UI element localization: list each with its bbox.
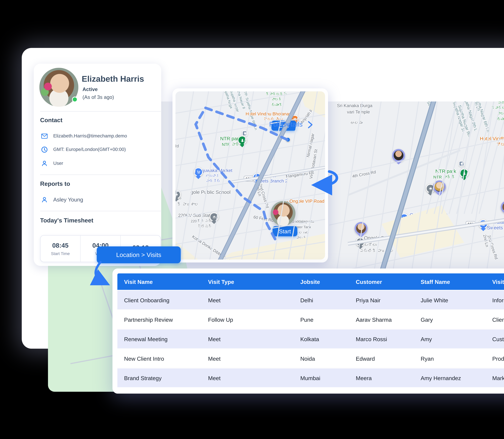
route-shield: 127	[244, 176, 253, 182]
table-cell: Client Onboarding	[117, 297, 201, 303]
sweets-pin-icon[interactable]	[253, 173, 262, 182]
email-value[interactable]: Elizabeth.Harris@timechamp.demo	[53, 133, 127, 139]
poi-label: NTR పార్క్	[433, 175, 455, 180]
table-cell: Amy	[414, 336, 485, 342]
route-shield: 127	[466, 221, 475, 227]
map-label: పోలీసు	[498, 101, 504, 105]
route-start-button[interactable]: Start	[272, 226, 297, 236]
poi-label: వాటర్	[296, 236, 307, 240]
manager-name[interactable]: Asley Young	[53, 197, 83, 203]
table-row[interactable]: Partnership ReviewFollow UpPuneAarav Sha…	[117, 309, 504, 329]
timezone-value: GMT: Europe/London(GMT+00:00)	[53, 147, 126, 152]
table-cell: New Client Intro	[117, 355, 201, 362]
map-label: వాటర్	[497, 112, 504, 116]
table-row[interactable]: Client OnboardingMeetDelhiPriya NairJuli…	[117, 290, 504, 309]
screenshot-stage: Sri Kanaka Durga vari Temple ఆలయం Sonia …	[0, 0, 504, 439]
street-label: Sonia	[426, 101, 435, 112]
street-label: 2nd Cross Rd	[486, 234, 499, 260]
map-label: ట్యాంక్	[497, 117, 504, 122]
sweets-pin-icon[interactable]	[479, 220, 488, 229]
header-staff-name[interactable]: Staff Name	[414, 278, 485, 285]
table-cell: Meet	[201, 375, 294, 381]
table-cell: Information	[486, 297, 504, 303]
street-label: 4th Cross Rd	[352, 170, 376, 179]
table-cell: Market Research	[486, 375, 504, 381]
transit-icon[interactable]	[459, 161, 464, 166]
school-pin-icon[interactable]	[356, 238, 365, 246]
divider	[40, 111, 161, 112]
school-pin-icon[interactable]	[176, 190, 181, 199]
employee-location-pin[interactable]	[501, 201, 504, 213]
header-jobsite[interactable]: Jobsite	[294, 278, 349, 285]
poi-label: స్టేషన్	[198, 225, 212, 229]
employee-name: Elizabeth Harris	[82, 74, 144, 84]
map-label: వాటర్	[271, 98, 282, 102]
full-details-link[interactable]: Full Details	[269, 121, 313, 128]
visits-table-card: Visit Name Visit Type Jobsite Customer S…	[113, 268, 504, 394]
header-customer[interactable]: Customer	[349, 278, 414, 285]
table-cell: Renewal Meeting	[117, 336, 201, 342]
park-pin-icon[interactable]	[238, 136, 247, 145]
route-end-marker[interactable]	[286, 138, 290, 142]
reports-to-heading: Reports to	[40, 181, 70, 187]
table-cell: Amy Hernandez	[414, 375, 485, 381]
poi-label: Sweets Branch 2	[487, 225, 504, 231]
statue-pin-icon[interactable]	[298, 245, 307, 254]
poi-label-sweets: Alluraiah	[487, 220, 504, 225]
poi-label: గాజువాక	[205, 174, 219, 178]
divider	[40, 211, 161, 211]
header-visit-type[interactable]: Visit Type	[201, 278, 294, 285]
chevron-right-icon	[308, 121, 313, 128]
location-visits-button[interactable]: Location > Visits	[97, 246, 181, 263]
header-visit-purpose[interactable]: Visit Purpose	[486, 278, 504, 285]
table-cell: Aarav Sharma	[349, 316, 414, 323]
start-time-value: 08:45	[52, 242, 68, 249]
poi-label-watertank: Gaddalagunta	[292, 220, 314, 224]
market-pin-icon[interactable]	[194, 168, 203, 176]
market-pin-icon[interactable]	[400, 214, 409, 222]
header-visit-name[interactable]: Visit Name	[117, 278, 201, 285]
poi-label: క్ పాఠశాల	[177, 202, 199, 207]
poi-label-market: Gajuwaka Market	[410, 213, 447, 218]
table-cell: Partnership Review	[117, 316, 201, 323]
poi-label: హోటల్ విందు	[497, 142, 504, 147]
table-row[interactable]: Brand StrategyMeetMumbaiMeeraAmy Hernand…	[117, 368, 504, 387]
contact-heading: Contact	[40, 117, 63, 123]
table-cell: Julie White	[414, 297, 485, 303]
table-cell: Pune	[294, 316, 349, 323]
table-cell: Edward	[349, 355, 414, 362]
poi-label-hotel: Hotel Vindhu Bhojanam	[480, 136, 504, 142]
divider	[40, 174, 161, 175]
timesheet-start: 08:45 Start Time	[40, 236, 80, 262]
clock-icon	[41, 146, 48, 153]
table-cell: Gary	[414, 316, 485, 323]
table-row[interactable]: Renewal MeetingMeetKolkataMarco RossiAmy…	[117, 329, 504, 348]
role-value: User	[53, 161, 63, 166]
table-cell: Meet	[201, 355, 294, 362]
transit-icon[interactable]	[242, 131, 248, 136]
timesheet-heading: Today's Timesheet	[40, 217, 93, 224]
employee-location-pin-elizabeth[interactable]	[355, 222, 367, 235]
poi-label: గాంధీ బొమ్మ	[279, 251, 298, 255]
table-row[interactable]: New Client IntroMeetNoidaEdwardRyanProdu…	[117, 348, 504, 368]
email-icon	[41, 133, 48, 139]
table-body: Client OnboardingMeetDelhiPriya NairJuli…	[117, 290, 504, 387]
table-cell: Meet	[201, 297, 294, 303]
table-cell: Meet	[201, 336, 294, 342]
poi-label: మార్కెట్	[419, 225, 435, 229]
table-cell: Product Demo	[486, 355, 504, 362]
employee-location-pin[interactable]	[392, 149, 405, 162]
street-label: 7th	[243, 91, 248, 97]
park-pin-icon[interactable]	[460, 169, 469, 178]
poi-label: గాజువాక	[418, 219, 434, 224]
status-as-of: (As of 3s ago)	[82, 94, 114, 100]
route-map[interactable]: Sujatha Naga Sujatha Nagar Sujatha Nagar…	[176, 91, 325, 260]
route-start-marker[interactable]	[276, 244, 280, 248]
substation-pin-icon[interactable]	[209, 212, 219, 221]
employee-location-pin[interactable]	[433, 181, 446, 193]
table-cell: Ryan	[414, 355, 485, 362]
online-status-dot	[72, 97, 78, 102]
table-cell: Brand Strategy	[117, 375, 201, 381]
street-label: Dibbala Rd	[212, 248, 232, 260]
user-icon	[41, 160, 48, 167]
